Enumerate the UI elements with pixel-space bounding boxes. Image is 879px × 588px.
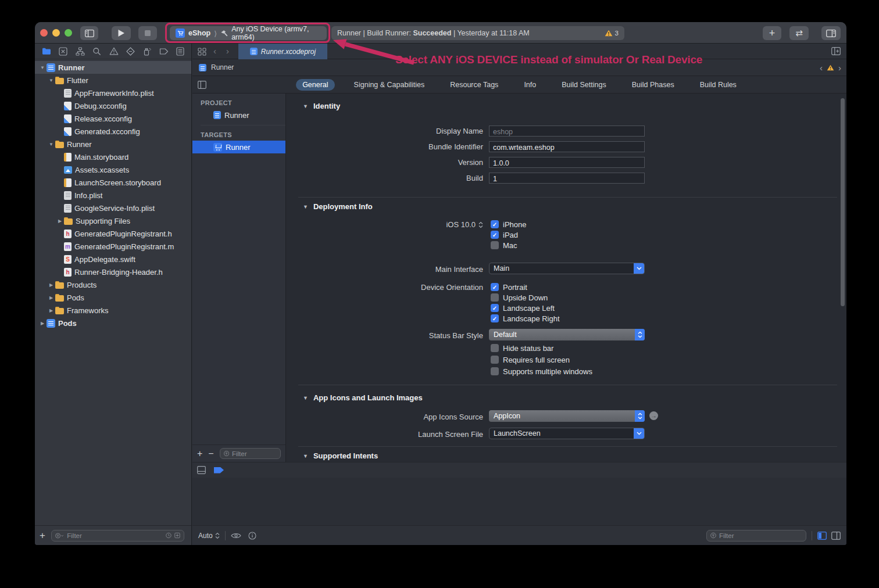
file-tree-item-googleservice-info-plist[interactable]: GoogleService-Info.plist [35,202,191,214]
remove-target-icon[interactable]: − [208,449,213,459]
add-item-icon[interactable]: + [40,530,45,542]
checkbox-unchecked-icon[interactable] [491,356,499,364]
zoom-window-button[interactable] [65,29,72,37]
disclosure-closed-icon[interactable]: ▶ [47,295,55,300]
file-tree-item-main-storyboard[interactable]: Main.storyboard [35,150,191,163]
run-button[interactable] [112,26,131,40]
settings-tab-build-settings[interactable]: Build Settings [555,79,612,91]
report-navigator-icon[interactable] [176,47,184,56]
console-panel-icon[interactable] [831,532,841,540]
checkbox-row-supports-multiple-windows[interactable]: Supports multiple windows [491,365,592,377]
file-tree-item-products[interactable]: ▶Products [35,278,191,291]
checkbox-unchecked-icon[interactable] [491,344,499,352]
scm-status-filter-icon[interactable] [174,532,180,539]
disclosure-closed-icon[interactable]: ▶ [47,308,55,313]
file-tree-item-assets-xcassets[interactable]: Assets.xcassets [35,163,191,176]
toggle-projects-list-icon[interactable] [198,81,206,89]
chevron-down-icon[interactable] [634,428,644,439]
file-tree-item-pods[interactable]: ▶Pods [35,317,191,329]
checkbox-row-requires-full-screen[interactable]: Requires full screen [491,354,592,365]
related-items-icon[interactable] [198,48,206,56]
checkbox-checked-icon[interactable]: ✓ [491,314,499,322]
checkbox-checked-icon[interactable]: ✓ [491,220,499,228]
file-tree-item-appframeworkinfo-plist[interactable]: AppFrameworkInfo.plist [35,87,191,99]
disclosure-open-icon[interactable]: ▼ [47,142,55,147]
find-navigator-icon[interactable] [92,47,101,56]
variables-panel-icon[interactable] [817,532,827,540]
settings-tab-signing-capabilities[interactable]: Signing & Capabilities [348,79,431,91]
chevron-down-icon[interactable] [634,263,644,274]
breakpoint-navigator-icon[interactable] [159,48,169,55]
editor-options-button[interactable]: ⇄ [789,26,809,40]
info-icon[interactable] [248,532,256,540]
display-name-field[interactable] [489,126,645,137]
file-tree-item-generated-xcconfig[interactable]: Generated.xcconfig [35,125,191,138]
next-issue-icon[interactable]: › [838,63,841,73]
version-input[interactable] [489,159,644,168]
issue-navigator-icon[interactable] [109,47,119,55]
breakpoints-toggle-icon[interactable] [214,467,224,474]
file-tree-item-generatedpluginregistrant-m[interactable]: GeneratedPluginRegistrant.m [35,240,191,253]
checkbox-unchecked-icon[interactable] [491,241,499,249]
file-tree-item-supporting-files[interactable]: ▶Supporting Files [35,214,191,227]
identity-section-header[interactable]: ▼ Identity [303,102,340,110]
disclosure-closed-icon[interactable]: ▶ [38,321,47,326]
file-tree-item-debug-xcconfig[interactable]: Debug.xcconfig [35,99,191,112]
disclosure-open-icon[interactable]: ▼ [38,65,47,70]
stepper-icon[interactable] [215,532,220,539]
source-control-navigator-icon[interactable] [59,47,67,56]
close-window-button[interactable] [40,29,48,37]
checkbox-unchecked-icon[interactable] [491,293,499,302]
project-row[interactable]: Runner [192,109,285,121]
file-tree-item-launchscreen-storyboard[interactable]: LaunchScreen.storyboard [35,176,191,189]
project-navigator-icon[interactable] [42,47,51,55]
checkbox-row-upside-down[interactable]: Upside Down [491,292,560,303]
target-row[interactable]: Runner [192,141,285,153]
file-tree-item-frameworks[interactable]: ▶Frameworks [35,304,191,317]
checkbox-checked-icon[interactable]: ✓ [491,231,499,239]
checkbox-row-landscape-right[interactable]: ✓Landscape Right [491,313,560,324]
recent-files-icon[interactable] [166,532,171,539]
minimize-window-button[interactable] [52,29,60,37]
settings-tab-build-phases[interactable]: Build Phases [626,79,681,91]
symbol-navigator-icon[interactable] [76,47,85,56]
bundle-identifier-field[interactable] [489,141,645,152]
checkbox-row-landscape-left[interactable]: ✓Landscape Left [491,303,560,313]
bundle-identifier-input[interactable] [489,143,644,153]
file-tree-item-runner-bridging-header-h[interactable]: Runner-Bridging-Header.h [35,266,191,278]
test-navigator-icon[interactable] [126,47,135,56]
checkbox-row-portrait[interactable]: ✓Portrait [491,282,560,292]
main-interface-combo[interactable]: Main [489,263,645,274]
up-down-chevrons-icon[interactable] [635,410,645,422]
targets-filter-input[interactable] [232,450,277,457]
toggle-navigator-button[interactable] [80,26,98,40]
scrollbar[interactable] [841,98,845,306]
launch-screen-file-combo[interactable]: LaunchScreen [489,428,645,439]
file-tree-item-release-xcconfig[interactable]: Release.xcconfig [35,112,191,125]
file-tree-item-runner[interactable]: ▼Runner [35,138,191,150]
settings-tab-general[interactable]: General [296,79,334,91]
disclosure-closed-icon[interactable]: ▶ [56,218,64,224]
file-tree-item-flutter[interactable]: ▼Flutter [35,74,191,87]
app-icons-section-header[interactable]: ▼ App Icons and Launch Images [303,393,423,402]
deployment-info-section-header[interactable]: ▼ Deployment Info [303,202,373,211]
file-tree-item-pods[interactable]: ▶Pods [35,291,191,304]
previous-issue-icon[interactable]: ‹ [820,63,823,73]
console-filter-field[interactable] [706,530,806,542]
add-target-icon[interactable]: + [197,449,202,459]
checkbox-checked-icon[interactable]: ✓ [491,283,499,291]
disclosure-open-icon[interactable]: ▼ [47,78,55,83]
checkbox-unchecked-icon[interactable] [491,367,499,375]
library-button[interactable]: + [763,26,781,40]
checkbox-row-iphone[interactable]: ✓iPhone [491,219,526,230]
stop-button[interactable] [138,26,157,40]
file-tree-item-runner[interactable]: ▼Runner [35,61,191,74]
quicklook-eye-icon[interactable] [231,532,241,539]
checkbox-row-hide-status-bar[interactable]: Hide status bar [491,342,592,354]
navigator-filter-input[interactable] [67,532,163,539]
toggle-inspector-button[interactable] [821,26,841,40]
settings-tab-build-rules[interactable]: Build Rules [694,79,743,91]
supported-intents-section-header[interactable]: ▼ Supported Intents [303,451,378,460]
file-tree-item-appdelegate-swift[interactable]: AppDelegate.swift [35,253,191,266]
warning-icon[interactable] [827,64,834,71]
